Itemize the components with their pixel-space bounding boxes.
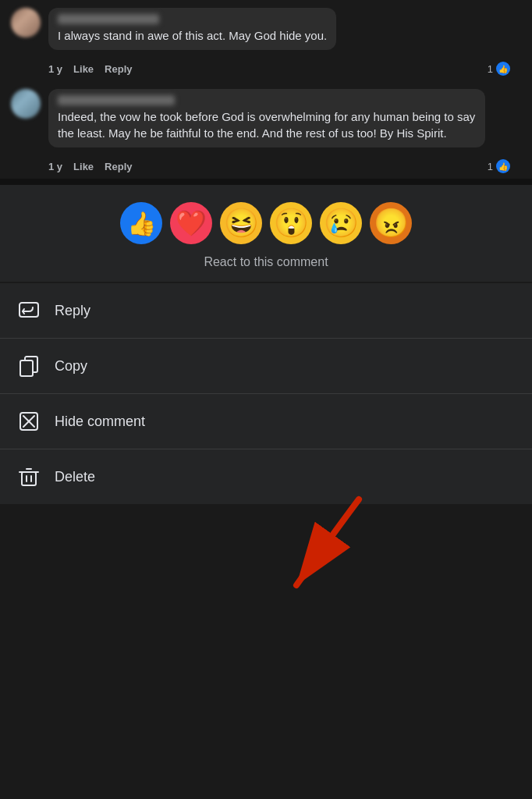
menu-label-hide: Hide comment (55, 414, 145, 430)
comment-age-2: 1 y (48, 161, 62, 172)
section-divider (0, 179, 532, 185)
delete-icon (17, 465, 41, 488)
comment-actions-1: 1 y Like Reply 1 👍 (0, 58, 532, 80)
comment-name-1 (58, 14, 159, 24)
arrow-annotation (234, 492, 390, 604)
comment-actions-2: 1 y Like Reply 1 👍 (0, 155, 532, 177)
reaction-like[interactable]: 👍 (120, 202, 162, 244)
menu-item-hide[interactable]: Hide comment (0, 394, 532, 449)
menu-item-copy[interactable]: Copy (0, 339, 532, 394)
comment-text-1: I always stand in awe of this act. May G… (58, 27, 327, 44)
comments-section: I always stand in awe of this act. May G… (0, 0, 532, 177)
reaction-bar: 👍 ❤️ 😆 😲 😢 😠 (11, 202, 521, 244)
like-button-1[interactable]: Like (73, 63, 94, 75)
comment-bubble-1: I always stand in awe of this act. May G… (48, 8, 336, 50)
comment-bubble-2: Indeed, the vow he took before God is ov… (48, 89, 485, 147)
reaction-label: React to this comment (11, 255, 521, 269)
like-count-1: 1 👍 (488, 62, 510, 76)
menu-label-copy: Copy (55, 358, 87, 375)
avatar-1 (11, 8, 41, 37)
menu-item-reply[interactable]: Reply (0, 283, 532, 339)
like-icon-2: 👍 (496, 159, 510, 173)
svg-rect-2 (20, 360, 33, 376)
menu-label-reply: Reply (55, 303, 90, 319)
reaction-love[interactable]: ❤️ (170, 202, 212, 244)
reaction-haha[interactable]: 😆 (220, 202, 262, 244)
svg-rect-6 (22, 472, 36, 485)
hide-icon (17, 410, 41, 433)
comment-block-1: I always stand in awe of this act. May G… (0, 0, 532, 58)
like-icon-1: 👍 (496, 62, 510, 76)
reply-button-1[interactable]: Reply (105, 63, 132, 75)
reaction-sad[interactable]: 😢 (320, 202, 362, 244)
comment-text-2: Indeed, the vow he took before God is ov… (58, 108, 476, 141)
svg-rect-0 (20, 303, 38, 317)
comment-block-2: Indeed, the vow he took before God is ov… (0, 81, 532, 155)
like-count-num-1: 1 (488, 63, 493, 75)
avatar-2 (11, 89, 41, 119)
comment-age-1: 1 y (48, 63, 62, 75)
comment-name-2 (58, 95, 175, 105)
copy-icon (17, 354, 41, 378)
reaction-section: 👍 ❤️ 😆 😲 😢 😠 React to this comment (0, 185, 532, 282)
reaction-wow[interactable]: 😲 (270, 202, 312, 244)
reply-icon (17, 299, 41, 322)
menu-section: Reply Copy Hide comment (0, 283, 532, 504)
like-count-2: 1 👍 (488, 159, 510, 173)
reaction-angry[interactable]: 😠 (370, 202, 412, 244)
like-count-num-2: 1 (488, 161, 493, 172)
menu-item-delete[interactable]: Delete (0, 449, 532, 504)
menu-label-delete: Delete (55, 469, 95, 485)
like-button-2[interactable]: Like (73, 161, 94, 172)
reply-button-2[interactable]: Reply (105, 161, 132, 172)
